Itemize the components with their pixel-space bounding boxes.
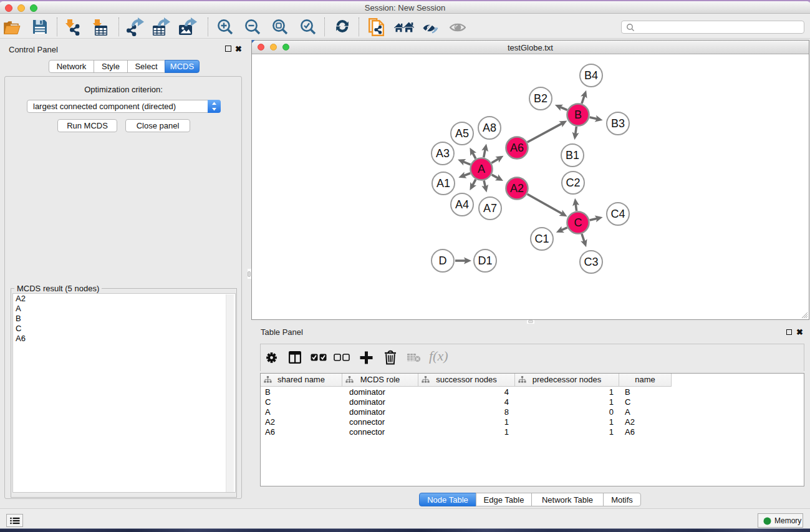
svg-text:A4: A4 xyxy=(455,198,469,211)
svg-text:A8: A8 xyxy=(483,122,496,134)
svg-text:D: D xyxy=(439,254,447,267)
svg-text:B2: B2 xyxy=(534,92,547,105)
svg-text:A3: A3 xyxy=(436,147,450,160)
svg-text:C3: C3 xyxy=(584,256,598,268)
svg-text:A1: A1 xyxy=(436,177,450,190)
svg-text:C1: C1 xyxy=(534,233,549,245)
svg-text:C2: C2 xyxy=(566,177,580,189)
svg-text:B: B xyxy=(574,109,582,121)
svg-text:A: A xyxy=(478,163,485,175)
svg-text:A5: A5 xyxy=(455,127,469,140)
svg-text:D1: D1 xyxy=(478,254,492,267)
svg-text:C: C xyxy=(574,216,582,229)
svg-text:A2: A2 xyxy=(510,182,524,195)
svg-text:B1: B1 xyxy=(566,149,579,162)
svg-text:A6: A6 xyxy=(510,142,524,154)
svg-text:C4: C4 xyxy=(610,208,625,220)
svg-text:B3: B3 xyxy=(611,117,625,130)
svg-text:B4: B4 xyxy=(584,69,598,82)
svg-text:A7: A7 xyxy=(483,202,497,215)
